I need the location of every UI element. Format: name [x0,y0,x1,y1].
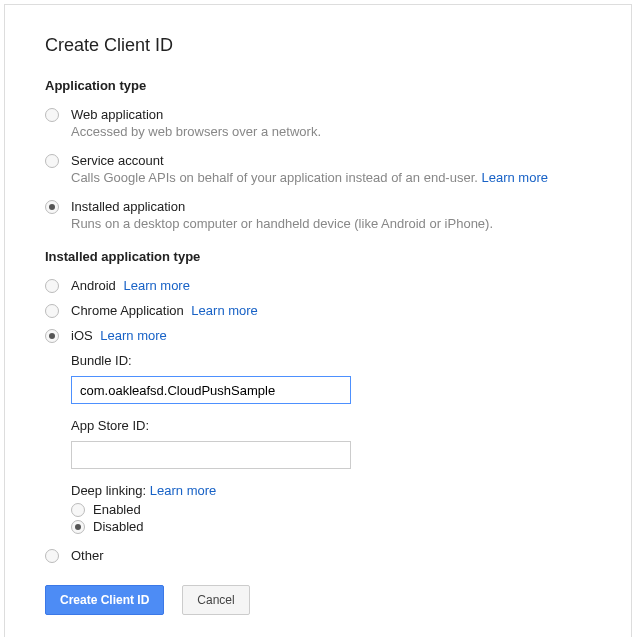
cancel-button[interactable]: Cancel [182,585,249,615]
radio-label: Installed application [71,199,185,214]
radio-icon [45,304,59,318]
radio-label: Service account [71,153,164,168]
radio-chrome-application[interactable]: Chrome Application Learn more [45,303,591,318]
radio-icon [71,520,85,534]
radio-label: Android [71,278,116,293]
create-client-id-dialog: Create Client ID Application type Web ap… [4,4,632,637]
radio-label: Disabled [93,519,144,534]
radio-web-application[interactable]: Web application Accessed by web browsers… [45,107,591,139]
radio-icon [45,549,59,563]
app-store-id-label: App Store ID: [71,418,591,433]
radio-icon [45,279,59,293]
radio-desc: Calls Google APIs on behalf of your appl… [71,170,591,185]
radio-label: Enabled [93,502,141,517]
radio-icon [45,329,59,343]
radio-desc: Accessed by web browsers over a network. [71,124,591,139]
radio-icon [45,154,59,168]
radio-desc: Runs on a desktop computer or handheld d… [71,216,591,231]
learn-more-link[interactable]: Learn more [123,278,189,293]
radio-label: Other [71,548,104,563]
radio-label: Chrome Application [71,303,184,318]
radio-other[interactable]: Other [45,548,591,563]
radio-service-account[interactable]: Service account Calls Google APIs on beh… [45,153,591,185]
radio-android[interactable]: Android Learn more [45,278,591,293]
radio-icon [45,200,59,214]
learn-more-link[interactable]: Learn more [481,170,547,185]
create-client-id-button[interactable]: Create Client ID [45,585,164,615]
app-type-heading: Application type [45,78,591,93]
radio-label: iOS [71,328,93,343]
radio-installed-application[interactable]: Installed application Runs on a desktop … [45,199,591,231]
button-row: Create Client ID Cancel [45,585,591,615]
app-store-id-input[interactable] [71,441,351,469]
deep-linking-label: Deep linking: Learn more [71,483,591,498]
radio-icon [45,108,59,122]
radio-ios[interactable]: iOS Learn more [45,328,591,343]
bundle-id-input[interactable] [71,376,351,404]
learn-more-link[interactable]: Learn more [150,483,216,498]
ios-fields: Bundle ID: App Store ID: Deep linking: L… [71,353,591,534]
radio-deep-linking-enabled[interactable]: Enabled [71,502,591,517]
installed-type-heading: Installed application type [45,249,591,264]
dialog-title: Create Client ID [45,35,591,56]
radio-label: Web application [71,107,163,122]
radio-icon [71,503,85,517]
learn-more-link[interactable]: Learn more [100,328,166,343]
learn-more-link[interactable]: Learn more [191,303,257,318]
bundle-id-label: Bundle ID: [71,353,591,368]
radio-deep-linking-disabled[interactable]: Disabled [71,519,591,534]
